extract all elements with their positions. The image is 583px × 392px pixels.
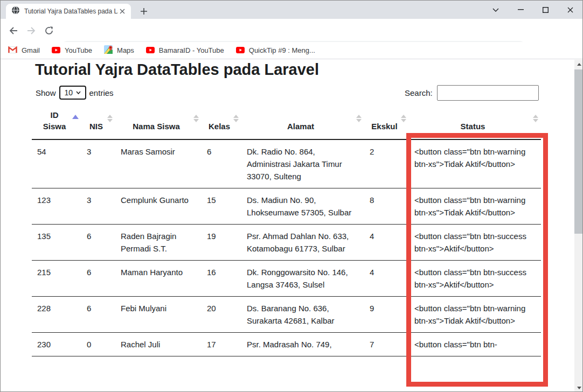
column-label: Alamat: [287, 122, 314, 131]
minimize-button[interactable]: [508, 1, 533, 19]
search-input[interactable]: [437, 85, 539, 101]
tab-title: Tutorial Yajra DataTables pada La: [24, 8, 118, 15]
column-label: Status: [461, 122, 485, 131]
page-title: Tutorial Yajra DataTables pada Laravel: [35, 61, 319, 79]
scrollbar-up-arrow-icon[interactable]: [574, 60, 583, 69]
browser-toolbar: localhost:8000/siswa/list: [1, 19, 582, 42]
cell-alamat: Psr. Madrasah No. 749,: [241, 333, 364, 356]
reload-button[interactable]: [41, 23, 57, 38]
maximize-button[interactable]: [533, 1, 558, 19]
table-row: 2286Febi Mulyani20Ds. Baranang No. 636, …: [32, 297, 541, 333]
scrollbar-down-arrow-icon[interactable]: [574, 383, 583, 392]
tab-search-chevron-icon[interactable]: [483, 1, 508, 19]
cell-kelas: 19: [202, 225, 241, 261]
cell-alamat: Ds. Baranang No. 636, Surakarta 42681, K…: [241, 297, 364, 333]
column-header-nis[interactable]: NIS: [81, 106, 115, 139]
globe-favicon-icon: [11, 6, 20, 17]
scrollbar-thumb[interactable]: [574, 69, 583, 234]
table-row: 1356Raden Bajragin Permadi S.T.19Psr. Ah…: [32, 225, 541, 261]
search-label: Search:: [405, 88, 433, 97]
table-row: 543Maras Samosir6Dk. Radio No. 864, Admi…: [32, 139, 541, 188]
cell-kelas: 20: [202, 297, 241, 333]
cell-status: <button class="btn btn-warning btn-xs">T…: [409, 297, 541, 333]
cell-ekskul: 4: [364, 225, 409, 261]
sort-both-icon: [401, 115, 406, 122]
youtube-icon: [236, 46, 245, 55]
cell-nama-siswa: Febi Mulyani: [115, 297, 202, 333]
cell-id-siswa: 135: [32, 225, 81, 261]
cell-status: <button class="btn btn-warning btn-xs">T…: [409, 139, 541, 188]
tab-close-icon[interactable]: [118, 7, 127, 16]
back-button[interactable]: [6, 23, 21, 38]
page-length-select[interactable]: 10: [59, 86, 86, 100]
new-tab-button[interactable]: [137, 5, 150, 18]
bookmark-bamaraid-youtube[interactable]: BamaraID - YouTube: [146, 46, 224, 55]
cell-kelas: 6: [202, 139, 241, 188]
window-controls: [483, 1, 582, 19]
table-row: 2300Rachel Juli17Psr. Madrasah No. 749,7…: [32, 333, 541, 356]
vertical-scrollbar[interactable]: [574, 60, 583, 392]
column-label: Ekskul: [371, 122, 397, 131]
cell-ekskul: 2: [364, 139, 409, 188]
bookmark-label: BamaraID - YouTube: [159, 46, 224, 54]
select-chevron-icon: [76, 91, 81, 94]
cell-nis: 3: [81, 139, 115, 188]
cell-nama-siswa: Raden Bajragin Permadi S.T.: [115, 225, 202, 261]
browser-tab[interactable]: Tutorial Yajra DataTables pada La: [6, 4, 131, 19]
table-row: 2156Maman Haryanto16Dk. Ronggowarsito No…: [32, 261, 541, 297]
sort-both-icon: [233, 115, 239, 122]
cell-nis: 3: [81, 188, 115, 225]
close-window-button[interactable]: [558, 1, 582, 19]
bookmark-gmail[interactable]: Gmail: [8, 46, 40, 55]
cell-id-siswa: 54: [32, 139, 81, 188]
cell-nama-siswa: Maras Samosir: [115, 139, 202, 188]
bookmark-quicktip[interactable]: QuickTip #9 : Meng...: [236, 46, 315, 55]
cell-status: <button class="btn btn-warning btn-xs">T…: [409, 188, 541, 225]
column-label: NIS: [89, 122, 103, 131]
cell-id-siswa: 123: [32, 188, 81, 225]
cell-id-siswa: 228: [32, 297, 81, 333]
cell-status: <button class="btn btn-success btn-xs">A…: [409, 261, 541, 297]
show-label: Show: [36, 88, 56, 97]
column-header-id-siswa[interactable]: ID Siswa: [32, 106, 81, 139]
forward-button[interactable]: [24, 23, 39, 38]
column-header-kelas[interactable]: Kelas: [202, 106, 241, 139]
cell-nis: 6: [81, 225, 115, 261]
cell-alamat: Ds. Madiun No. 90, Lhokseumawe 57305, Su…: [241, 188, 364, 225]
bookmark-label: Gmail: [22, 46, 40, 54]
cell-id-siswa: 230: [32, 333, 81, 356]
cell-nama-siswa: Cemplunk Gunarto: [115, 188, 202, 225]
column-header-ekskul[interactable]: Ekskul: [364, 106, 409, 139]
cell-id-siswa: 215: [32, 261, 81, 297]
cell-nis: 0: [81, 333, 115, 356]
bookmark-maps[interactable]: Maps: [104, 45, 134, 56]
maps-icon: [104, 45, 113, 56]
bookmark-label: YouTube: [65, 46, 92, 54]
cell-kelas: 16: [202, 261, 241, 297]
table-row: 1233Cemplunk Gunarto15Ds. Madiun No. 90,…: [32, 188, 541, 225]
cell-alamat: Dk. Radio No. 864, Administrasi Jakarta …: [241, 139, 364, 188]
cell-ekskul: 7: [364, 333, 409, 356]
cell-alamat: Psr. Ahmad Dahlan No. 633, Kotamobagu 61…: [241, 225, 364, 261]
youtube-icon: [52, 46, 60, 55]
column-label: Kelas: [209, 122, 230, 131]
cell-status: <button class="btn btn-success btn-xs">A…: [409, 225, 541, 261]
column-header-status[interactable]: Status: [409, 106, 541, 139]
siswa-table: ID Siswa NIS Nama Siswa Kelas: [32, 106, 541, 356]
sort-both-icon: [356, 115, 362, 122]
cell-nis: 6: [81, 261, 115, 297]
column-label: Nama Siswa: [133, 122, 180, 131]
column-header-alamat[interactable]: Alamat: [241, 106, 364, 139]
column-label: ID Siswa: [41, 109, 67, 132]
cell-ekskul: 4: [364, 261, 409, 297]
cell-nis: 6: [81, 297, 115, 333]
entries-label: entries: [89, 88, 114, 97]
cell-nama-siswa: Maman Haryanto: [115, 261, 202, 297]
cell-ekskul: 8: [364, 188, 409, 225]
sort-asc-icon: [72, 115, 79, 119]
column-header-nama-siswa[interactable]: Nama Siswa: [115, 106, 202, 139]
bookmark-youtube[interactable]: YouTube: [52, 46, 92, 55]
page-content: Tutorial Yajra DataTables pada Laravel S…: [1, 60, 583, 392]
cell-ekskul: 9: [364, 297, 409, 333]
table-body: 543Maras Samosir6Dk. Radio No. 864, Admi…: [32, 139, 541, 356]
